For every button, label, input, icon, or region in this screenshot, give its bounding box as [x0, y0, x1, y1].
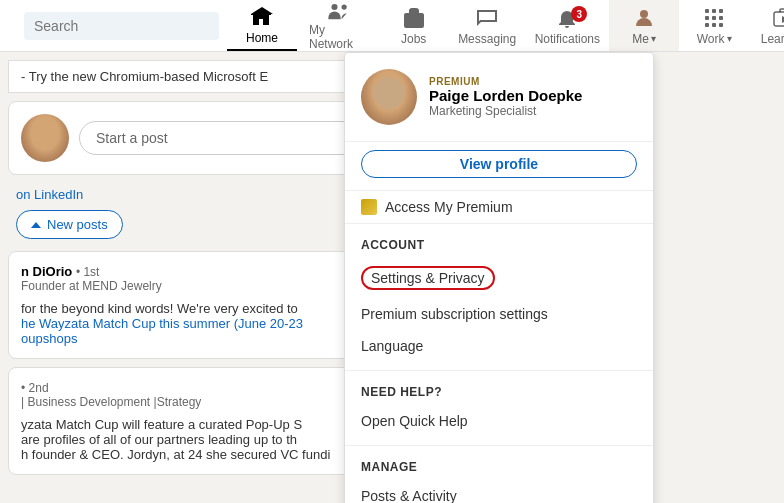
nav-label-notifications: Notifications: [535, 32, 600, 46]
svg-point-3: [341, 4, 346, 9]
work-grid-icon: [702, 6, 726, 30]
access-premium-label: Access My Premium: [385, 199, 513, 215]
premium-subscription-label: Premium subscription settings: [361, 306, 548, 322]
nav-item-me[interactable]: Me ▾: [609, 0, 679, 51]
svg-rect-13: [719, 23, 723, 27]
avatar-face: [361, 69, 417, 125]
composer-avatar: [21, 114, 69, 162]
view-profile-button[interactable]: View profile: [361, 150, 637, 178]
linkedin-promo[interactable]: on LinkedIn: [16, 187, 83, 202]
dropdown-user-title: Marketing Specialist: [429, 104, 637, 118]
svg-point-2: [331, 4, 337, 10]
nav-item-notifications[interactable]: 3 Notifications: [526, 0, 610, 51]
dropdown-user-name: Paige Lorden Doepke: [429, 87, 637, 104]
help-section: NEED HELP? Open Quick Help: [345, 371, 653, 445]
post-input[interactable]: Start a post: [79, 121, 359, 155]
manage-section: MANAGE Posts & Activity: [345, 446, 653, 503]
feed-area: - Try the new Chromium-based Microsoft E…: [0, 52, 380, 503]
network-icon: [326, 0, 350, 21]
nav-label-jobs: Jobs: [401, 32, 426, 46]
notification-badge: 3: [571, 6, 587, 22]
post1-link2[interactable]: oupshops: [21, 331, 77, 346]
post-composer-top: Start a post: [21, 114, 359, 162]
manage-section-title: MANAGE: [345, 454, 653, 480]
svg-rect-10: [719, 16, 723, 20]
svg-point-4: [640, 10, 648, 18]
post2-text: yzata Match Cup will feature a curated P…: [21, 417, 359, 462]
nav-label-home: Home: [246, 31, 278, 45]
posts-activity-item[interactable]: Posts & Activity: [345, 480, 653, 503]
banner-text: - Try the new Chromium-based Microsoft E: [21, 69, 268, 84]
quick-help-item[interactable]: Open Quick Help: [345, 405, 653, 437]
svg-rect-5: [705, 9, 709, 13]
learning-icon: [772, 6, 784, 30]
language-item[interactable]: Language: [345, 330, 653, 362]
top-navigation: in Home My Network Jobs: [0, 0, 784, 52]
new-posts-button[interactable]: New posts: [16, 210, 123, 239]
svg-rect-9: [712, 16, 716, 20]
nav-item-home[interactable]: Home: [227, 0, 297, 51]
nav-label-learning: Learning: [761, 32, 784, 46]
new-posts-label: New posts: [47, 217, 108, 232]
nav-label-messaging: Messaging: [458, 32, 516, 46]
post-card-2: • 2nd | Business Development |Strategy y…: [8, 367, 372, 475]
jobs-icon: [402, 6, 426, 30]
post1-name: n DiOrio • 1st: [21, 264, 359, 279]
language-label: Language: [361, 338, 423, 354]
settings-privacy-label: Settings & Privacy: [361, 266, 495, 290]
svg-rect-6: [712, 9, 716, 13]
nav-item-network[interactable]: My Network: [297, 0, 379, 51]
premium-subscription-item[interactable]: Premium subscription settings: [345, 298, 653, 330]
nav-label-me: Me ▾: [632, 32, 656, 46]
premium-label: PREMIUM: [429, 76, 637, 87]
nav-item-work[interactable]: Work ▾: [679, 0, 749, 51]
me-avatar-icon: [632, 6, 656, 30]
post1-text: for the beyond kind words! We're very ex…: [21, 301, 359, 346]
post1-title: Founder at MEND Jewelry: [21, 279, 359, 293]
account-section: ACCOUNT Settings & Privacy Premium subsc…: [345, 224, 653, 370]
access-premium-item[interactable]: Access My Premium: [345, 191, 653, 223]
svg-rect-11: [705, 23, 709, 27]
chromium-banner[interactable]: - Try the new Chromium-based Microsoft E: [8, 60, 372, 93]
nav-label-network: My Network: [309, 23, 367, 51]
premium-gold-icon: [361, 199, 377, 215]
help-section-title: NEED HELP?: [345, 379, 653, 405]
post2-info: • 2nd | Business Development |Strategy: [21, 380, 359, 409]
dropdown-profile-section: PREMIUM Paige Lorden Doepke Marketing Sp…: [345, 53, 653, 142]
svg-rect-8: [705, 16, 709, 20]
post1-link[interactable]: he Wayzata Match Cup this summer (June 2…: [21, 316, 303, 331]
nav-item-jobs[interactable]: Jobs: [379, 0, 449, 51]
messaging-icon: [475, 6, 499, 30]
dropdown-user-info: PREMIUM Paige Lorden Doepke Marketing Sp…: [429, 76, 637, 118]
nav-items: Home My Network Jobs Messaging: [227, 0, 784, 51]
nav-item-messaging[interactable]: Messaging: [449, 0, 526, 51]
dropdown-avatar: [361, 69, 417, 125]
account-section-title: ACCOUNT: [345, 232, 653, 258]
search-input[interactable]: [24, 12, 219, 40]
svg-rect-12: [712, 23, 716, 27]
post-composer: Start a post: [8, 101, 372, 175]
nav-label-work: Work ▾: [697, 32, 732, 46]
nav-item-learning[interactable]: Learning: [749, 0, 784, 51]
posts-activity-label: Posts & Activity: [361, 488, 457, 503]
quick-help-label: Open Quick Help: [361, 413, 468, 429]
up-arrow-icon: [31, 222, 41, 228]
home-icon: [250, 5, 274, 29]
post-card-1: n DiOrio • 1st Founder at MEND Jewelry f…: [8, 251, 372, 359]
me-dropdown: PREMIUM Paige Lorden Doepke Marketing Sp…: [344, 52, 654, 503]
settings-privacy-item[interactable]: Settings & Privacy: [345, 258, 653, 298]
svg-rect-7: [719, 9, 723, 13]
